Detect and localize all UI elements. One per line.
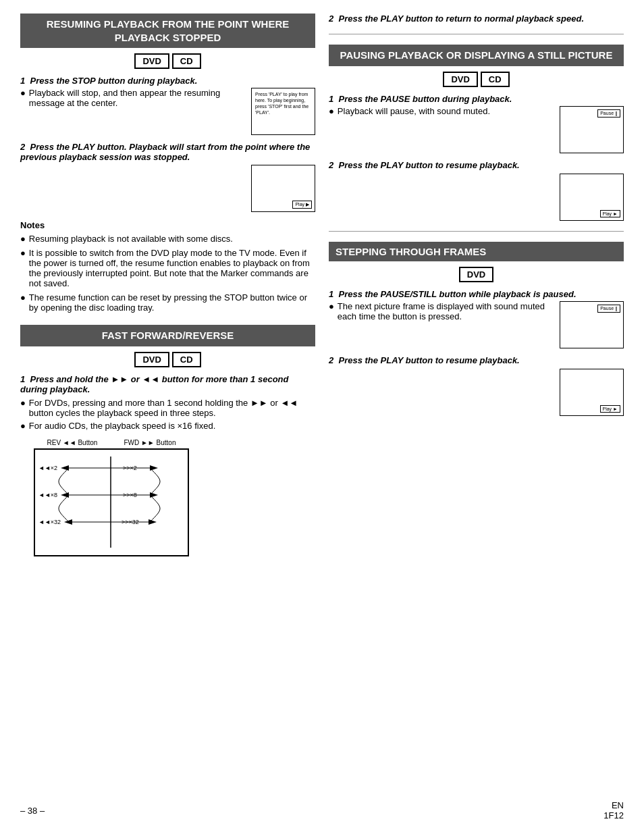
stepping-step1: 1 Press the PAUSE/STILL button while pla… (329, 289, 624, 351)
ff-step2-right: 2 Press the PLAY button to return to nor… (329, 14, 624, 24)
diag-arrow-fwd8 (150, 492, 158, 498)
diag-rev2: ◄◄×2 (38, 465, 57, 471)
divider-2 (329, 231, 624, 232)
pausing-dvd: DVD (443, 72, 477, 87)
ff-step2-num: 2 Press the PLAY button to return to nor… (329, 14, 624, 24)
section-resuming-badges: DVD CD (20, 53, 315, 69)
stepping-dvd: DVD (459, 267, 493, 282)
pause-btn-1: Pause ‖ (597, 109, 620, 118)
diagram-svg: ◄◄×2 >>×2 ◄◄×8 >>×8 (35, 450, 187, 554)
stepping-bullet: The next picture frame is displayed with… (329, 301, 554, 321)
divider-1 (329, 34, 624, 34)
screen-box-play: Play ▶ (251, 165, 315, 212)
footer-code: EN 1F12 (603, 800, 624, 820)
section-stepping: STEPPING THROUGH FRAMES DVD 1 Press the … (329, 242, 624, 416)
stepping-screen-2: Play ► (560, 369, 624, 416)
stepping-step2-screen: Play ► (329, 369, 624, 416)
pausing-step1: 1 Press the PAUSE button during playback… (329, 94, 624, 156)
stepping-step2-num: 2 Press the PLAY button to resume playba… (329, 355, 624, 365)
step-1-bullet: Playback will stop, and then appear the … (20, 88, 246, 108)
stepping-step1-num: 1 Press the PAUSE/STILL button while pla… (329, 289, 624, 299)
stepping-play-btn: Play ► (600, 405, 621, 413)
section-ff: FAST FORWARD/REVERSE DVD CD 1 Press and … (20, 325, 315, 556)
stepping-header: STEPPING THROUGH FRAMES (329, 242, 624, 261)
screen-box-stop: Press 'PLAY' to play from here. To play … (251, 88, 315, 135)
diag-rev32: ◄◄×32 (38, 519, 61, 525)
diag-arrow-rev32 (64, 519, 72, 525)
ff-badge-dvd: DVD (134, 352, 169, 367)
ff-step-1-num: 1 Press and hold the ►► or ◄◄ button for… (20, 374, 315, 394)
diag-curve-fwd-1 (150, 468, 160, 495)
step-2: 2 Press the PLAY button. Playback will s… (20, 142, 315, 212)
section-pausing: PAUSING PLAYBACK OR DISPLAYING A STILL P… (329, 45, 624, 221)
stepping-pause-btn: Pause ‖ (597, 305, 620, 313)
section-resuming: RESUMING PLAYBACK FROM THE POINT WHERE P… (20, 14, 315, 212)
pausing-step2-screen: Play ► (329, 174, 624, 221)
step-1-content: Press 'PLAY' to play from here. To play … (20, 88, 315, 138)
pausing-bullet: Playback will pause, with sound muted. (329, 106, 554, 116)
pausing-step2-num: 2 Press the PLAY button to resume playba… (329, 160, 624, 170)
diag-arrow-fwd2 (150, 465, 158, 471)
section-pausing-header: PAUSING PLAYBACK OR DISPLAYING A STILL P… (329, 45, 624, 66)
section-ff-badges: DVD CD (20, 352, 315, 367)
diag-curve-rev-1 (59, 468, 69, 495)
pausing-step2: 2 Press the PLAY button to resume playba… (329, 160, 624, 221)
pausing-cd: CD (481, 72, 510, 87)
left-column: RESUMING PLAYBACK FROM THE POINT WHERE P… (20, 14, 315, 556)
diagram-box: ◄◄×2 >>×2 ◄◄×8 >>×8 (34, 448, 189, 556)
step-1-num: 1 Press the STOP button during playback. (20, 76, 315, 86)
pausing-badges: DVD CD (329, 72, 624, 87)
play-btn-label: Play ▶ (292, 201, 312, 209)
ff-diagram: REV ◄◄ Button FWD ►► Button ◄◄×2 >> (20, 439, 315, 556)
ff-bullet-1: For DVDs, pressing and more than 1 secon… (20, 398, 315, 418)
pausing-step1-num: 1 Press the PAUSE button during playback… (329, 94, 624, 104)
ff-bullet-2: For audio CDs, the playback speed is ×16… (20, 421, 315, 431)
pause-play-btn: Play ► (600, 210, 621, 217)
diag-arrow-rev2 (61, 465, 69, 471)
step-1: 1 Press the STOP button during playback.… (20, 76, 315, 138)
pausing-step1-content: Pause ‖ Playback will pause, with sound … (329, 106, 624, 156)
stepping-step2: 2 Press the PLAY button to resume playba… (329, 355, 624, 416)
note-3: The resume function can be reset by pres… (20, 292, 315, 313)
page: RESUMING PLAYBACK FROM THE POINT WHERE P… (0, 0, 644, 834)
footer-page-number: – 38 – (20, 806, 45, 816)
pause-screen-2: Play ► (560, 174, 624, 221)
diag-curve-fwd-2 (150, 495, 160, 522)
notes-section: Notes Resuming playback is not available… (20, 220, 315, 313)
right-column: 2 Press the PLAY button to return to nor… (329, 14, 624, 556)
diag-arrow-fwd32 (149, 519, 157, 525)
step-2-num: 2 Press the PLAY button. Playback will s… (20, 142, 315, 162)
stepping-step1-content: Pause ‖ The next picture frame is displa… (329, 301, 624, 351)
badge-cd: CD (172, 53, 201, 69)
screen-stop-text: Press 'PLAY' to play from here. To play … (252, 88, 315, 118)
diagram-fwd-label: FWD ►► Button (124, 439, 176, 446)
diag-rev8: ◄◄×8 (38, 492, 57, 498)
ff-badge-cd: CD (172, 352, 201, 367)
diag-arrow-rev8 (61, 492, 69, 498)
badge-dvd: DVD (134, 53, 169, 69)
stepping-screen-1: Pause ‖ (560, 301, 624, 348)
section-resuming-header: RESUMING PLAYBACK FROM THE POINT WHERE P… (20, 14, 315, 48)
pause-screen-1: Pause ‖ (560, 106, 624, 153)
diagram-labels: REV ◄◄ Button FWD ►► Button (34, 439, 189, 446)
stepping-badges: DVD (329, 267, 624, 282)
notes-title: Notes (20, 220, 315, 230)
step-2-screen: Play ▶ (31, 165, 315, 212)
page-footer: – 38 – EN 1F12 (0, 800, 644, 820)
note-2: It is possible to switch from the DVD pl… (20, 248, 315, 288)
note-1: Resuming playback is not available with … (20, 234, 315, 244)
section-ff-header: FAST FORWARD/REVERSE (20, 325, 315, 346)
diagram-rev-label: REV ◄◄ Button (47, 439, 98, 446)
diag-curve-rev-2 (59, 495, 69, 522)
